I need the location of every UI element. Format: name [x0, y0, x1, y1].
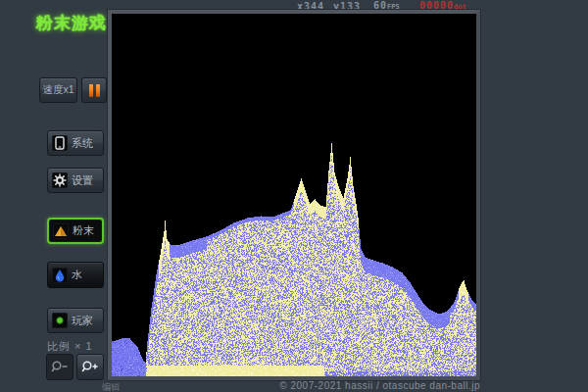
powder-simulation[interactable] — [112, 14, 476, 376]
powder-icon — [53, 223, 69, 239]
simulation-canvas[interactable] — [108, 10, 480, 380]
element-water-button[interactable]: 水 — [47, 262, 104, 288]
copyright: © 2007-2021 hassii / otascube dan-ball.j… — [108, 380, 480, 391]
settings-label: 设置 — [72, 173, 93, 188]
scale-label: 比例 × 1 — [47, 339, 93, 354]
pause-icon — [89, 84, 93, 97]
element-powder-button[interactable]: 粉末 — [47, 218, 104, 244]
zoom-out-button[interactable] — [46, 354, 74, 380]
gear-icon — [52, 172, 68, 188]
water-drop-icon — [52, 268, 68, 283]
player-label: 玩家 — [72, 314, 93, 328]
system-label: 系统 — [72, 136, 93, 151]
powder-label: 粉末 — [73, 223, 94, 238]
element-player-button[interactable]: 玩家 — [47, 308, 104, 333]
pause-button[interactable] — [81, 77, 107, 103]
zoom-out-icon — [51, 360, 69, 374]
page-title: 粉末游戏 — [36, 12, 107, 34]
speed-button[interactable]: 速度x1 — [39, 77, 77, 103]
water-label: 水 — [72, 268, 82, 282]
zoom-in-button[interactable] — [76, 354, 104, 380]
phone-icon — [52, 135, 68, 151]
zoom-in-icon — [81, 360, 99, 374]
settings-button[interactable]: 设置 — [47, 168, 104, 193]
player-dot-icon — [52, 313, 68, 328]
powder-game-app: 粉末游戏 x344 y133 60FPS 00000dot 速度x1 系统 设置… — [0, 0, 588, 392]
system-button[interactable]: 系统 — [47, 130, 104, 156]
pause-icon — [96, 84, 100, 97]
